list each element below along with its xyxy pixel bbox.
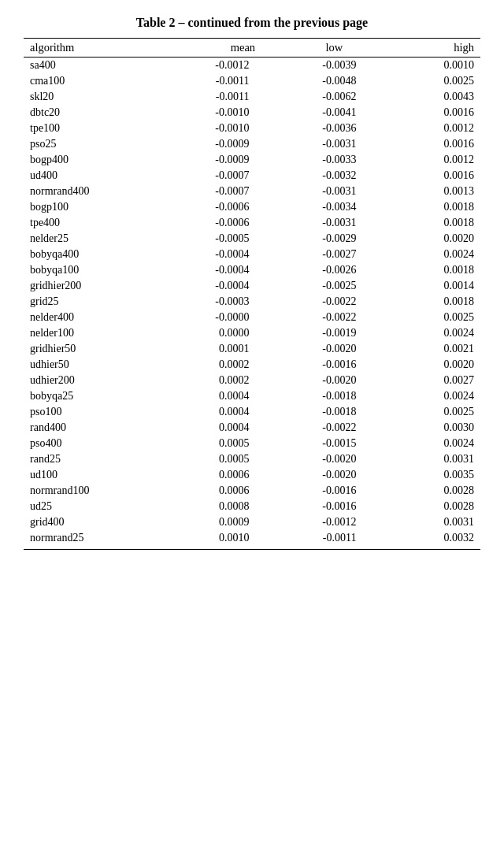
- cell-high: 0.0025: [380, 310, 480, 325]
- cell-low: -0.0016: [288, 499, 380, 514]
- cell-mean: -0.0011: [197, 73, 288, 89]
- cell-high: 0.0018: [380, 215, 480, 231]
- table-row: grid25-0.0003-0.00220.0018: [24, 294, 480, 310]
- cell-low: -0.0031: [288, 215, 380, 231]
- cell-algorithm: nelder25: [24, 231, 197, 247]
- cell-mean: -0.0007: [197, 168, 288, 184]
- col-header-high: high: [380, 39, 480, 58]
- cell-high: 0.0021: [380, 341, 480, 357]
- cell-low: -0.0022: [288, 310, 380, 325]
- table-row: udhier500.0002-0.00160.0020: [24, 357, 480, 373]
- table-row: dbtc20-0.0010-0.00410.0016: [24, 105, 480, 121]
- cell-mean: 0.0002: [197, 373, 288, 388]
- cell-mean: 0.0005: [197, 436, 288, 451]
- cell-mean: -0.0004: [197, 247, 288, 262]
- cell-mean: -0.0009: [197, 152, 288, 168]
- cell-algorithm: normrand100: [24, 483, 197, 499]
- cell-mean: -0.0005: [197, 231, 288, 247]
- col-header-algorithm: algorithm: [24, 39, 197, 58]
- cell-low: -0.0012: [288, 514, 380, 530]
- cell-algorithm: pso100: [24, 404, 197, 420]
- table-row: nelder1000.0000-0.00190.0024: [24, 325, 480, 341]
- cell-algorithm: ud25: [24, 499, 197, 514]
- cell-low: -0.0034: [288, 199, 380, 215]
- cell-mean: 0.0008: [197, 499, 288, 514]
- table-row: ud400-0.0007-0.00320.0016: [24, 168, 480, 184]
- cell-high: 0.0027: [380, 373, 480, 388]
- table-row: grid4000.0009-0.00120.0031: [24, 514, 480, 530]
- cell-high: 0.0010: [380, 58, 480, 74]
- cell-mean: -0.0004: [197, 262, 288, 278]
- cell-low: -0.0018: [288, 404, 380, 420]
- cell-low: -0.0027: [288, 247, 380, 262]
- cell-low: -0.0016: [288, 357, 380, 373]
- cell-algorithm: gridhier200: [24, 278, 197, 294]
- cell-low: -0.0015: [288, 436, 380, 451]
- table-row: rand4000.0004-0.00220.0030: [24, 420, 480, 436]
- table-row: pso4000.0005-0.00150.0024: [24, 436, 480, 451]
- table-row: nelder25-0.0005-0.00290.0020: [24, 231, 480, 247]
- cell-mean: -0.0010: [197, 121, 288, 136]
- table-row: bogp400-0.0009-0.00330.0012: [24, 152, 480, 168]
- cell-mean: -0.0000: [197, 310, 288, 325]
- cell-algorithm: dbtc20: [24, 105, 197, 121]
- cell-algorithm: nelder400: [24, 310, 197, 325]
- cell-algorithm: nelder100: [24, 325, 197, 341]
- table-row: nelder400-0.0000-0.00220.0025: [24, 310, 480, 325]
- cell-algorithm: tpe100: [24, 121, 197, 136]
- cell-low: -0.0036: [288, 121, 380, 136]
- cell-algorithm: udhier50: [24, 357, 197, 373]
- cell-high: 0.0031: [380, 451, 480, 467]
- cell-high: 0.0018: [380, 199, 480, 215]
- cell-high: 0.0031: [380, 514, 480, 530]
- cell-algorithm: skl20: [24, 89, 197, 105]
- cell-high: 0.0016: [380, 168, 480, 184]
- cell-high: 0.0020: [380, 357, 480, 373]
- table-row: gridhier200-0.0004-0.00250.0014: [24, 278, 480, 294]
- cell-mean: 0.0004: [197, 404, 288, 420]
- cell-high: 0.0014: [380, 278, 480, 294]
- table-row: gridhier500.0001-0.00200.0021: [24, 341, 480, 357]
- cell-algorithm: bobyqa100: [24, 262, 197, 278]
- cell-high: 0.0012: [380, 152, 480, 168]
- cell-low: -0.0033: [288, 152, 380, 168]
- cell-mean: -0.0012: [197, 58, 288, 74]
- table-row: normrand1000.0006-0.00160.0028: [24, 483, 480, 499]
- cell-low: -0.0041: [288, 105, 380, 121]
- table-row: rand250.0005-0.00200.0031: [24, 451, 480, 467]
- table-row: bobyqa400-0.0004-0.00270.0024: [24, 247, 480, 262]
- cell-algorithm: bogp400: [24, 152, 197, 168]
- table-row: ud1000.0006-0.00200.0035: [24, 467, 480, 483]
- cell-low: -0.0011: [288, 530, 380, 547]
- table-row: sa400-0.0012-0.00390.0010: [24, 58, 480, 74]
- cell-mean: -0.0006: [197, 215, 288, 231]
- cell-high: 0.0016: [380, 105, 480, 121]
- table-bottom-rule: [24, 549, 480, 550]
- cell-high: 0.0013: [380, 184, 480, 199]
- cell-low: -0.0016: [288, 483, 380, 499]
- table-header-row: algorithm mean low high: [24, 39, 480, 58]
- table-row: tpe400-0.0006-0.00310.0018: [24, 215, 480, 231]
- table-row: normrand400-0.0007-0.00310.0013: [24, 184, 480, 199]
- cell-algorithm: normrand25: [24, 530, 197, 547]
- cell-low: -0.0020: [288, 451, 380, 467]
- cell-mean: 0.0000: [197, 325, 288, 341]
- cell-low: -0.0022: [288, 420, 380, 436]
- cell-mean: -0.0010: [197, 105, 288, 121]
- cell-mean: 0.0002: [197, 357, 288, 373]
- cell-mean: -0.0007: [197, 184, 288, 199]
- cell-high: 0.0025: [380, 73, 480, 89]
- cell-low: -0.0022: [288, 294, 380, 310]
- table-row: cma100-0.0011-0.00480.0025: [24, 73, 480, 89]
- cell-low: -0.0018: [288, 388, 380, 404]
- cell-algorithm: rand25: [24, 451, 197, 467]
- cell-algorithm: ud100: [24, 467, 197, 483]
- table-row: bogp100-0.0006-0.00340.0018: [24, 199, 480, 215]
- cell-low: -0.0031: [288, 136, 380, 152]
- table-row: normrand250.0010-0.00110.0032: [24, 530, 480, 547]
- cell-algorithm: grid400: [24, 514, 197, 530]
- cell-mean: 0.0004: [197, 388, 288, 404]
- cell-algorithm: grid25: [24, 294, 197, 310]
- cell-low: -0.0029: [288, 231, 380, 247]
- cell-high: 0.0018: [380, 294, 480, 310]
